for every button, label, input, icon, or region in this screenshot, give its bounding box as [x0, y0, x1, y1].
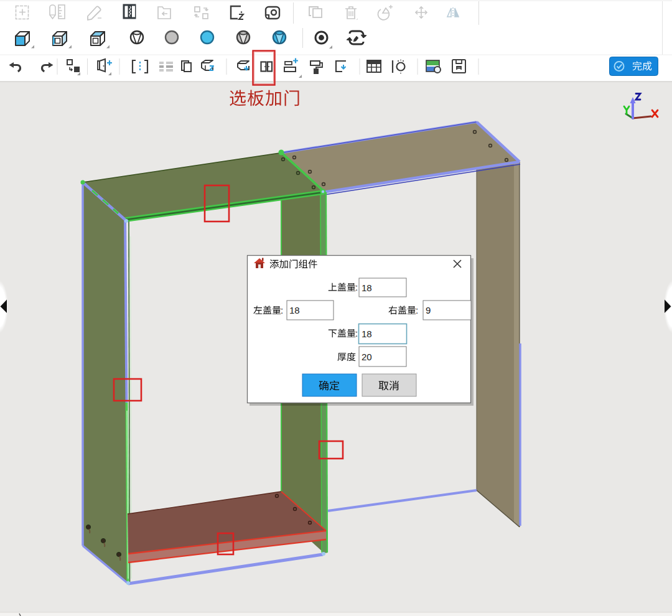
svg-text::: :	[281, 305, 283, 315]
svg-text:9: 9	[426, 305, 431, 315]
svg-text:18: 18	[362, 329, 372, 339]
svg-text:18: 18	[362, 282, 372, 293]
svg-text::: :	[355, 328, 358, 338]
svg-text::: :	[355, 282, 358, 292]
svg-text::: :	[416, 305, 418, 315]
svg-text:20: 20	[362, 352, 372, 362]
svg-text:18: 18	[289, 305, 300, 315]
